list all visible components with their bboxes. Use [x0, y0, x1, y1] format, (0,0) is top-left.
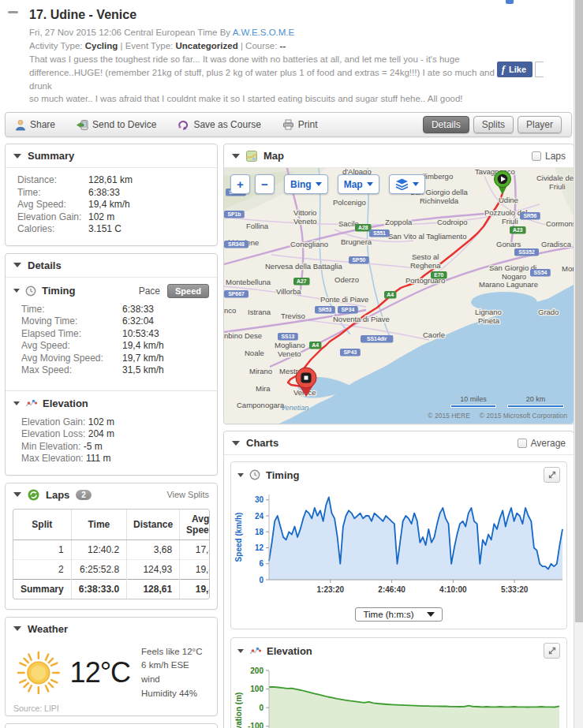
- print-button[interactable]: Print: [282, 119, 318, 130]
- map-place-label: Istrana: [248, 308, 271, 316]
- expand-icon: [547, 646, 557, 655]
- chevron-down-icon: [413, 182, 419, 186]
- details-panel-header[interactable]: Details: [6, 254, 217, 278]
- svg-text:SS54: SS54: [534, 270, 547, 275]
- temperature-value: 12°C: [70, 656, 130, 689]
- laps-summary-cell: 19,4: [180, 579, 210, 599]
- stat-row: Elevation Loss: 204 m: [21, 428, 207, 441]
- share-button[interactable]: Share: [15, 119, 55, 131]
- elevation-section-header[interactable]: Elevation: [6, 391, 217, 413]
- course-value: --: [280, 41, 286, 50]
- stat-row: Distance:128,61 km: [17, 174, 207, 187]
- map-zoom-in-button[interactable]: +: [230, 174, 250, 194]
- stat-label: Elevation Gain:: [17, 211, 88, 224]
- scrollbar-thumb[interactable]: [575, 0, 583, 622]
- stat-label: Elevation Gain:: [21, 416, 88, 427]
- stat-value: 10:53:43: [122, 328, 159, 341]
- elevation-stats: Elevation Gain: 102 mElevation Loss: 204…: [6, 413, 217, 475]
- activity-page: 17. Udine - Venice Fri, 27 Nov 2015 12:0…: [0, 0, 583, 728]
- map-place-label: Gradisca d: [541, 240, 574, 248]
- stat-value: 31,5 km/h: [122, 364, 164, 377]
- timing-section-header[interactable]: Timing Pace Speed: [6, 278, 217, 302]
- stat-row: Calories:3.151 C: [17, 223, 207, 236]
- stat-row: Elevation Gain:102 m: [17, 211, 207, 224]
- stat-value: 128,61 km: [88, 174, 133, 187]
- facebook-icon: f: [502, 63, 505, 76]
- elevation-chart[interactable]: -300-200-1000100200255075100125Elevation…: [233, 665, 567, 728]
- stat-label: Max Speed:: [21, 364, 122, 377]
- laps-row[interactable]: 112:40.23,6817,4: [13, 539, 210, 559]
- event-type-value: Uncategorized: [175, 41, 237, 50]
- laps-row[interactable]: 26:25:52.8124,9319,4: [13, 559, 210, 579]
- weather-panel-header[interactable]: Weather: [6, 618, 217, 640]
- collapse-caret-icon: [232, 154, 240, 159]
- timing-chart-panel: Timing 06121824301:23:202:46:404:10:005:…: [230, 461, 567, 629]
- elevation-chart-header[interactable]: Elevation: [231, 638, 566, 663]
- map-layers-dropdown[interactable]: [389, 174, 425, 194]
- map-place-label: Friuli: [502, 217, 518, 226]
- road-shield: E70: [431, 271, 447, 279]
- elevation-icon: [25, 399, 37, 408]
- timing-chart-header[interactable]: Timing: [231, 462, 566, 487]
- expand-chart-button[interactable]: [544, 467, 560, 483]
- svg-text:SP1b: SP1b: [227, 211, 241, 217]
- facebook-like-button[interactable]: f Like: [497, 62, 533, 77]
- svg-text:0: 0: [259, 576, 263, 584]
- map-zoom-out-button[interactable]: −: [255, 174, 275, 194]
- road-shield: SP50: [349, 256, 369, 264]
- map-panel-header[interactable]: Map Laps: [224, 144, 574, 168]
- speed-toggle[interactable]: Speed: [167, 284, 209, 298]
- charts-panel-header[interactable]: Charts Average: [224, 431, 574, 455]
- stat-label: Time:: [21, 304, 122, 316]
- svg-text:A28: A28: [358, 225, 368, 230]
- average-checkbox-wrap: Average: [518, 438, 566, 449]
- right-column: Map Laps: [223, 144, 574, 728]
- action-toolbar: Share Send to Device Save as Course: [5, 112, 572, 137]
- timing-x-axis-dropdown[interactable]: Time (h:m:s): [355, 607, 442, 622]
- map-place-label: Vittorio: [293, 208, 316, 217]
- send-to-device-button[interactable]: Send to Device: [77, 119, 156, 131]
- map-canvas[interactable]: d'AlpagoSpilimbergoTavagnaccoCividale de…: [224, 168, 574, 424]
- svg-text:5:33:20: 5:33:20: [501, 585, 529, 594]
- tab-player[interactable]: Player: [518, 116, 562, 133]
- average-checkbox[interactable]: [518, 439, 527, 448]
- map-place-label: Mira: [256, 384, 271, 393]
- road-shield: SS54: [530, 269, 551, 277]
- laps-table-container: SplitTimeDistanceAvg Speed112:40.23,6817…: [13, 509, 210, 599]
- pace-toggle[interactable]: Pace: [139, 286, 160, 297]
- laps-cell: 12:40.2: [71, 539, 126, 559]
- page-scrollbar[interactable]: [574, 0, 583, 728]
- laps-checkbox[interactable]: [532, 151, 541, 161]
- map-place-label: Noale: [245, 349, 264, 357]
- print-icon: [282, 119, 294, 130]
- stat-label: Avg Speed:: [21, 340, 122, 353]
- expand-chart-button[interactable]: [544, 643, 560, 659]
- laps-column-header: Split: [13, 510, 71, 540]
- svg-text:2:46:40: 2:46:40: [378, 585, 405, 594]
- tab-splits[interactable]: Splits: [473, 116, 514, 133]
- laps-panel-header[interactable]: Laps 2 View Splits: [6, 483, 217, 506]
- laps-panel: Laps 2 View Splits SplitTimeDistanceAvg …: [5, 483, 218, 610]
- view-splits-link[interactable]: View Splits: [166, 490, 209, 499]
- svg-text:A23: A23: [513, 227, 523, 233]
- summary-panel-header[interactable]: Summary: [6, 144, 217, 168]
- stat-row: Moving Time:6:32:04: [21, 315, 207, 328]
- map-place-label: Friuli: [549, 182, 566, 191]
- map-place-label: Oderzo: [334, 275, 359, 284]
- stat-value: 6:32:04: [122, 315, 154, 328]
- save-as-course-button[interactable]: Save as Course: [178, 119, 260, 131]
- author-link[interactable]: A.W.E.S.O.M.E: [233, 28, 295, 37]
- collapse-header-button[interactable]: [8, 11, 18, 13]
- stat-label: Calories:: [17, 223, 88, 236]
- charts-panel: Charts Average Timing: [223, 431, 574, 728]
- send-to-device-icon: [77, 119, 88, 131]
- stat-row: Avg Moving Speed:19,7 km/h: [21, 353, 207, 365]
- map-attribution: © 2015 HERE © 2015 Microsoft Corporation: [428, 412, 567, 420]
- map-style-dropdown[interactable]: Map: [338, 174, 379, 194]
- map-provider-dropdown[interactable]: Bing: [284, 174, 328, 194]
- additional-info-header[interactable]: Additional Information: [6, 724, 217, 728]
- laps-cell: 1: [13, 539, 71, 559]
- tab-details[interactable]: Details: [423, 116, 469, 133]
- map-render: d'AlpagoSpilimbergoTavagnaccoCividale de…: [224, 168, 574, 424]
- speed-chart[interactable]: 06121824301:23:202:46:404:10:005:33:20Sp…: [233, 489, 567, 601]
